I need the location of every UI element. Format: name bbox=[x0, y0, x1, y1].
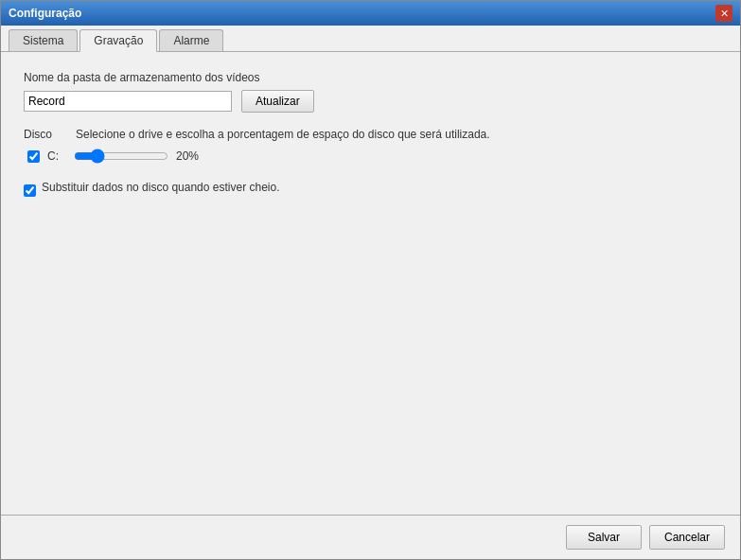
replace-label: Substituir dados no disco quando estiver… bbox=[42, 181, 280, 194]
save-button[interactable]: Salvar bbox=[566, 525, 642, 550]
dialog-title: Configuração bbox=[9, 7, 81, 20]
update-button[interactable]: Atualizar bbox=[241, 90, 314, 113]
disk-section: Disco Selecione o drive e escolha a porc… bbox=[24, 128, 717, 200]
tab-sistema[interactable]: Sistema bbox=[9, 29, 78, 51]
tab-alarme[interactable]: Alarme bbox=[159, 29, 223, 51]
replace-checkbox[interactable] bbox=[24, 184, 36, 197]
disk-usage-slider[interactable] bbox=[74, 149, 168, 164]
folder-row: Atualizar bbox=[24, 90, 717, 113]
replace-row: Substituir dados no disco quando estiver… bbox=[24, 181, 717, 200]
slider-container: 20% bbox=[74, 149, 204, 164]
disk-label: Disco bbox=[24, 128, 57, 141]
disk-header: Disco Selecione o drive e escolha a porc… bbox=[24, 128, 717, 141]
title-bar: Configuração ✕ bbox=[1, 1, 740, 26]
tab-gravacao[interactable]: Gravação bbox=[79, 29, 157, 52]
main-content: Nome da pasta de armazenamento dos vídeo… bbox=[1, 52, 740, 515]
folder-section-label: Nome da pasta de armazenamento dos vídeo… bbox=[24, 71, 717, 84]
close-button[interactable]: ✕ bbox=[715, 5, 732, 22]
footer: Salvar Cancelar bbox=[1, 515, 740, 559]
folder-input[interactable] bbox=[24, 91, 232, 112]
drive-checkbox[interactable] bbox=[27, 150, 40, 163]
drive-name: C: bbox=[47, 149, 66, 163]
drive-checkbox-label bbox=[27, 150, 40, 163]
disk-hint: Selecione o drive e escolha a porcentage… bbox=[76, 128, 490, 141]
disk-percent-label: 20% bbox=[176, 149, 204, 163]
config-dialog: Configuração ✕ Sistema Gravação Alarme N… bbox=[0, 0, 741, 560]
tab-bar: Sistema Gravação Alarme bbox=[1, 26, 740, 52]
drive-row: C: 20% bbox=[24, 149, 717, 164]
cancel-button[interactable]: Cancelar bbox=[649, 525, 725, 550]
